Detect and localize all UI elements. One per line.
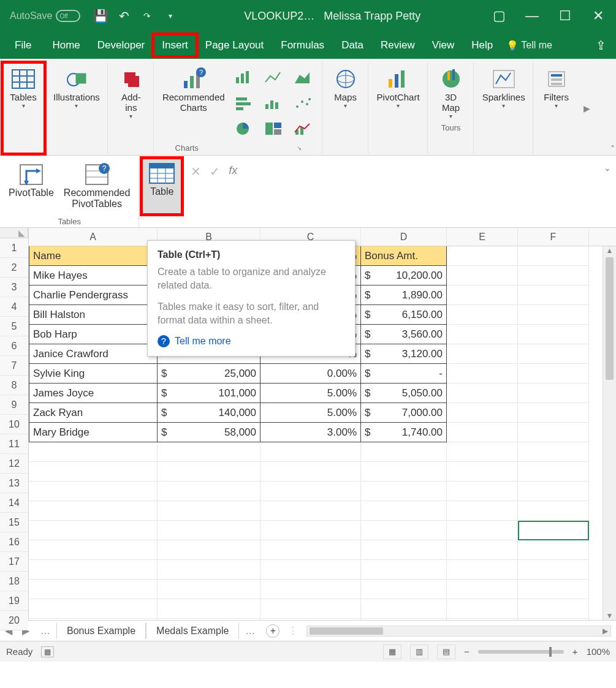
cell-F14[interactable] (518, 501, 589, 521)
line-chart-icon[interactable] (262, 66, 285, 88)
table-button[interactable]: Table (142, 158, 182, 214)
row-header-18[interactable]: 18 (0, 572, 28, 591)
horizontal-scrollbar[interactable]: ◀ ▶ (306, 626, 611, 637)
charts-dialog-launcher-icon[interactable]: ↘ (297, 145, 302, 151)
cell-D17[interactable] (361, 560, 447, 580)
autosave-toggle[interactable]: AutoSave Off (4, 10, 86, 22)
row-header-16[interactable]: 16 (0, 532, 28, 552)
cell-F19[interactable] (518, 599, 589, 619)
cell-E18[interactable] (447, 580, 518, 599)
cell-E8[interactable] (447, 384, 518, 403)
cell-D11[interactable] (361, 442, 447, 462)
cell-C16[interactable] (260, 540, 361, 560)
cell-D14[interactable] (361, 501, 447, 521)
cell-F15[interactable] (518, 521, 589, 540)
cell-A12[interactable] (29, 462, 158, 482)
cell-F7[interactable] (518, 364, 589, 384)
cell-B11[interactable] (158, 442, 260, 462)
cell-B16[interactable] (158, 540, 260, 560)
cell-F11[interactable] (518, 442, 589, 462)
cell-D5[interactable]: $3,560.00 (361, 325, 447, 344)
row-header-10[interactable]: 10 (0, 415, 28, 434)
cell-E5[interactable] (447, 325, 518, 344)
cell-A10[interactable]: Mary Bridge (29, 423, 158, 442)
cell-D15[interactable] (361, 521, 447, 540)
cell-E13[interactable] (447, 482, 518, 501)
cell-B12[interactable] (158, 462, 260, 482)
cell-C11[interactable] (260, 442, 361, 462)
cell-F2[interactable] (518, 266, 589, 285)
cell-C10[interactable]: 3.00% (260, 423, 361, 442)
cell-E12[interactable] (447, 462, 518, 482)
recommended-pivottables-button[interactable]: ? Recommended PivotTables (59, 159, 135, 216)
row-header-12[interactable]: 12 (0, 454, 28, 474)
column-chart-icon[interactable] (232, 66, 256, 88)
close-icon[interactable]: ✕ (584, 8, 612, 24)
cell-A5[interactable]: Bob Harp (29, 325, 158, 344)
tab-view[interactable]: View (424, 34, 463, 56)
cell-A7[interactable]: Sylvie King (29, 364, 158, 384)
addins-dropdown[interactable]: Add- ins (113, 64, 150, 122)
cell-B14[interactable] (158, 501, 260, 521)
cell-F1[interactable] (518, 246, 589, 266)
tab-formulas[interactable]: Formulas (272, 34, 333, 56)
save-icon[interactable]: 💾 (91, 9, 110, 23)
cell-D20[interactable] (361, 619, 447, 620)
cell-F12[interactable] (518, 462, 589, 482)
cell-E2[interactable] (447, 266, 518, 285)
area-chart-icon[interactable] (291, 66, 314, 88)
formula-input[interactable] (246, 164, 609, 180)
cell-A11[interactable] (29, 442, 158, 462)
tables-dropdown[interactable]: Tables (5, 64, 42, 112)
cell-F6[interactable] (518, 344, 589, 364)
cell-D7[interactable]: $- (361, 364, 447, 384)
cell-F16[interactable] (518, 540, 589, 560)
cell-F18[interactable] (518, 580, 589, 599)
row-header-2[interactable]: 2 (0, 258, 28, 278)
row-header-7[interactable]: 7 (0, 356, 28, 376)
cell-A15[interactable] (29, 521, 158, 540)
cancel-edit-icon[interactable]: ✕ (191, 164, 201, 179)
cell-D6[interactable]: $3,120.00 (361, 344, 447, 364)
tab-developer[interactable]: Developer (89, 34, 154, 56)
row-header-15[interactable]: 15 (0, 513, 28, 532)
redo-icon[interactable]: ↷ (138, 11, 156, 21)
row-header-14[interactable]: 14 (0, 493, 28, 513)
cell-D3[interactable]: $1,890.00 (361, 285, 447, 305)
undo-icon[interactable]: ↶ (115, 9, 133, 23)
cell-D19[interactable] (361, 599, 447, 619)
cell-C18[interactable] (260, 580, 361, 599)
stats-chart-icon[interactable] (262, 92, 285, 114)
cell-B17[interactable] (158, 560, 260, 580)
new-sheet-button[interactable]: + (266, 624, 279, 638)
cell-A16[interactable] (29, 540, 158, 560)
cell-E20[interactable] (447, 619, 518, 620)
normal-view-icon[interactable]: ▦ (383, 645, 401, 659)
cell-D1[interactable]: Bonus Amt. (361, 246, 447, 266)
cell-A19[interactable] (29, 599, 158, 619)
cell-A4[interactable]: Bill Halston (29, 305, 158, 325)
row-header-9[interactable]: 9 (0, 395, 28, 415)
cell-B7[interactable]: $25,000 (158, 364, 260, 384)
ribbon-scroll-right-icon[interactable]: ▶ (580, 62, 594, 154)
col-header-F[interactable]: F (518, 228, 589, 246)
vertical-scrollbar[interactable]: ▲ ▼ (603, 246, 616, 620)
cell-B18[interactable] (158, 580, 260, 599)
tab-data[interactable]: Data (333, 34, 372, 56)
3d-map-dropdown[interactable]: 3D Map (433, 64, 470, 122)
page-layout-view-icon[interactable]: ▥ (410, 645, 428, 659)
cell-A6[interactable]: Janice Crawford (29, 344, 158, 364)
cell-D10[interactable]: $1,740.00 (361, 423, 447, 442)
zoom-out-icon[interactable]: − (464, 646, 470, 657)
cell-C8[interactable]: 5.00% (260, 384, 361, 403)
cell-F20[interactable] (518, 619, 589, 620)
tab-help[interactable]: Help (463, 34, 501, 56)
cell-B19[interactable] (158, 599, 260, 619)
cell-D8[interactable]: $5,050.00 (361, 384, 447, 403)
pie-chart-icon[interactable] (232, 118, 256, 140)
row-header-11[interactable]: 11 (0, 434, 28, 454)
illustrations-dropdown[interactable]: Illustrations (50, 64, 104, 112)
cell-E10[interactable] (447, 423, 518, 442)
col-header-A[interactable]: A (29, 228, 158, 246)
cell-E11[interactable] (447, 442, 518, 462)
